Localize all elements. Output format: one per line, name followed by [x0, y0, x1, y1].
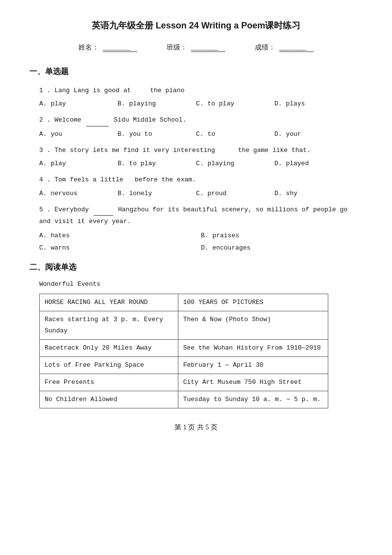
name-field: 姓名： ________ — [78, 43, 137, 52]
q3-option-c: C. playing — [196, 160, 274, 167]
q2-option-b: B. you to — [118, 130, 196, 138]
table-cell-left-6: No Children Allowed — [40, 391, 178, 408]
events-table: HORSE RACING ALL YEAR ROUND 100 YEARS OF… — [39, 294, 328, 408]
section2-subtitle: Wonderful Events — [29, 280, 363, 288]
q4-option-d: D. shy — [274, 190, 353, 197]
class-label: 班级： — [167, 43, 187, 52]
question-5: 5 . Everybody Hangzhou for its beautiful… — [29, 204, 363, 253]
table-cell-right-1: 100 YEARS OF PICTURES — [178, 294, 328, 311]
q2-option-d: D. your — [274, 130, 353, 138]
table-row-4: Lots of Free Parking Space February 1 — … — [40, 356, 328, 374]
page-footer: 第 1 页 共 5 页 — [29, 423, 363, 432]
section2: 二、阅读单选 Wonderful Events HORSE RACING ALL… — [29, 262, 363, 408]
class-field: 班级： ________ — [167, 43, 225, 52]
score-label: 成绩： — [255, 43, 275, 52]
q3-options: A. play B. to play C. playing D. played — [39, 160, 363, 167]
q4-option-a: A. nervous — [39, 190, 118, 197]
footer-text: 第 1 页 共 5 页 — [174, 424, 218, 431]
q1-options: A. play B. playing C. to play D. plays — [39, 100, 363, 107]
question-3: 3 . The story lets me find it very inter… — [29, 145, 363, 167]
q1-option-c: C. to play — [196, 100, 274, 107]
table-cell-left-4: Lots of Free Parking Space — [40, 356, 178, 374]
q1-option-d: D. plays — [274, 100, 353, 107]
q4-option-b: B. lonely — [118, 190, 196, 197]
name-label: 姓名： — [78, 43, 99, 52]
q3-option-b: B. to play — [118, 160, 196, 167]
q4-text: 4 . Tom feels a little before the exam. — [39, 174, 363, 185]
q3-text: 3 . The story lets me find it very inter… — [39, 145, 363, 156]
q1-option-a: A. play — [39, 100, 118, 107]
q2-options: A. you B. you to C. to D. your — [39, 130, 363, 138]
q5-option-a: A. hates — [39, 231, 201, 240]
page-title: 英语九年级全册 Lesson 24 Writing a Poem课时练习 — [29, 20, 363, 31]
table-cell-right-2: Then & Now (Photo Show) — [178, 311, 328, 339]
table-row-3: Racetrack Only 20 Miles Away See the Wuh… — [40, 339, 328, 356]
table-row-5: Free Presents City Art Museum 750 High S… — [40, 374, 328, 391]
score-blank: ________ — [279, 44, 314, 52]
table-row-6: No Children Allowed Tuesday to Sunday 10… — [40, 391, 328, 408]
q2-option-a: A. you — [39, 130, 118, 138]
table-cell-left-1: HORSE RACING ALL YEAR ROUND — [40, 294, 178, 311]
table-cell-right-3: See the Wuhan History From 1910~2010 — [178, 339, 328, 356]
q5-options: A. hates B. praises C. warns D. encourag… — [29, 231, 363, 252]
q5-option-c: C. warns — [39, 243, 201, 252]
question-1: 1 . Lang Lang is good at the piano A. pl… — [29, 85, 363, 107]
q5-text: 5 . Everybody Hangzhou for its beautiful… — [29, 204, 363, 227]
q5-option-b: B. praises — [201, 231, 363, 240]
table-cell-right-5: City Art Museum 750 High Street — [178, 374, 328, 391]
section1-title: 一、单选题 — [29, 67, 363, 77]
table-cell-right-6: Tuesday to Sunday 10 a. m. ~ 5 p. m. — [178, 391, 328, 408]
table-cell-left-5: Free Presents — [40, 374, 178, 391]
q3-option-a: A. play — [39, 160, 118, 167]
q4-option-c: C. proud — [196, 190, 274, 197]
name-blank: ________ — [103, 44, 137, 52]
table-row-2: Races starting at 3 p. m. Every Sunday T… — [40, 311, 328, 339]
q3-option-d: D. played — [274, 160, 353, 167]
score-field: 成绩： ________ — [255, 43, 314, 52]
table-row-1: HORSE RACING ALL YEAR ROUND 100 YEARS OF… — [40, 294, 328, 311]
q4-options: A. nervous B. lonely C. proud D. shy — [39, 190, 363, 197]
section2-title: 二、阅读单选 — [29, 262, 363, 273]
header-info: 姓名： ________ 班级： ________ 成绩： ________ — [29, 43, 363, 52]
q1-text: 1 . Lang Lang is good at the piano — [39, 85, 363, 96]
question-4: 4 . Tom feels a little before the exam. … — [29, 174, 363, 197]
table-cell-left-3: Racetrack Only 20 Miles Away — [40, 339, 178, 356]
question-2: 2 . Welcome Sidu Middle School. A. you B… — [29, 114, 363, 137]
q2-option-c: C. to — [196, 130, 274, 138]
table-cell-left-2: Races starting at 3 p. m. Every Sunday — [40, 311, 178, 339]
q5-option-d: D. encourages — [201, 243, 363, 252]
q1-option-b: B. playing — [118, 100, 196, 107]
class-blank: ________ — [191, 44, 225, 52]
q2-text: 2 . Welcome Sidu Middle School. — [39, 114, 363, 126]
table-cell-right-4: February 1 — April 30 — [178, 356, 328, 374]
